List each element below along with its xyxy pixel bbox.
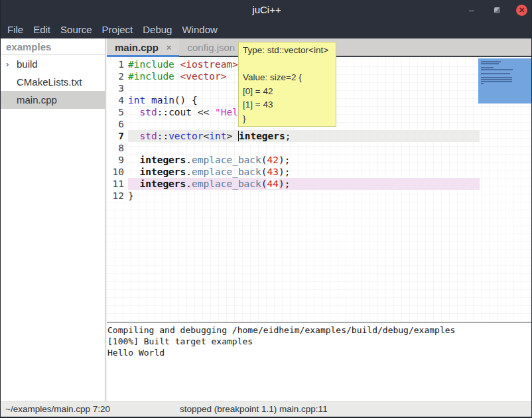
line-number[interactable]: 3 bbox=[107, 82, 124, 94]
tab-label: config.json bbox=[187, 42, 235, 53]
window-controls: – ✕ bbox=[466, 0, 527, 20]
code-text: std::vector<int> integers; bbox=[128, 130, 480, 142]
sidebar-item-label: build bbox=[17, 58, 38, 70]
code-line-9[interactable]: 9 integers.emplace_back(42); bbox=[107, 154, 532, 166]
line-number[interactable]: 12 bbox=[107, 190, 124, 202]
titlebar[interactable]: juCi++ – ✕ bbox=[1, 0, 532, 20]
restore-icon bbox=[494, 7, 500, 13]
minimap-code-line bbox=[481, 61, 501, 62]
minimap-code-line bbox=[481, 69, 513, 70]
code-line-7[interactable]: 7 std::vector<int> integers; bbox=[107, 130, 532, 142]
close-button[interactable]: ✕ bbox=[516, 5, 527, 16]
sidebar-item-label: CMakeLists.txt bbox=[17, 76, 82, 88]
line-number[interactable]: 7 bbox=[107, 130, 124, 142]
minimap-code-line bbox=[481, 73, 510, 74]
tooltip-line: } bbox=[243, 112, 332, 126]
code-line-11[interactable]: 11 integers.emplace_back(44); bbox=[107, 178, 532, 190]
code-line-12[interactable]: 12} bbox=[107, 190, 532, 202]
terminal-line: Hello World bbox=[107, 347, 532, 358]
code-text: integers.emplace_back(42); bbox=[128, 154, 480, 166]
terminal-line: [100%] Built target examples bbox=[107, 336, 532, 347]
menu-file[interactable]: File bbox=[7, 23, 23, 36]
restore-button[interactable] bbox=[491, 4, 503, 16]
menubar: FileEditSourceProjectDebugWindow bbox=[1, 20, 532, 38]
sidebar-item-main.cpp[interactable]: main.cpp bbox=[1, 91, 105, 109]
line-number[interactable]: 8 bbox=[107, 142, 124, 154]
sidebar-item-label: main.cpp bbox=[17, 94, 57, 105]
tooltip-line: Value: size=2 { bbox=[243, 71, 332, 85]
menu-project[interactable]: Project bbox=[102, 23, 133, 36]
tooltip-line: [1] = 43 bbox=[243, 98, 332, 112]
sidebar-item-cmakelists.txt[interactable]: CMakeLists.txt bbox=[1, 73, 105, 91]
minimap-code-line bbox=[481, 79, 512, 80]
app-window: juCi++ – ✕ FileEditSourceProjectDebugWin… bbox=[0, 0, 532, 418]
terminal-output[interactable]: Compiling and debugging /home/eidheim/ex… bbox=[107, 322, 532, 401]
status-file-position: ~/examples/main.cpp 7:20 bbox=[5, 404, 110, 414]
tab-config-json[interactable]: config.json bbox=[179, 38, 243, 56]
line-number[interactable]: 9 bbox=[107, 154, 124, 166]
sidebar-item-build[interactable]: ›build bbox=[1, 55, 105, 73]
expander-icon[interactable]: › bbox=[6, 59, 17, 69]
status-debug-state: stopped (breakpoint 1.1) main.cpp:11 bbox=[180, 404, 328, 414]
menu-source[interactable]: Source bbox=[60, 23, 92, 36]
tab-label: main.cpp bbox=[115, 42, 159, 53]
minimap-code-line bbox=[481, 83, 484, 84]
line-number[interactable]: 6 bbox=[107, 118, 124, 130]
line-number[interactable]: 11 bbox=[107, 178, 124, 190]
line-number[interactable]: 4 bbox=[107, 94, 124, 106]
tooltip-line: [0] = 42 bbox=[243, 85, 332, 99]
code-line-8[interactable]: 8 bbox=[107, 142, 532, 154]
tooltip-line bbox=[243, 58, 332, 72]
line-number[interactable]: 1 bbox=[107, 58, 124, 70]
line-number[interactable]: 10 bbox=[107, 166, 124, 178]
code-line-10[interactable]: 10 integers.emplace_back(43); bbox=[107, 166, 532, 178]
code-text bbox=[128, 142, 480, 154]
file-tree: ›buildCMakeLists.txtmain.cpp bbox=[1, 55, 105, 109]
line-number[interactable]: 5 bbox=[107, 106, 124, 118]
project-name: examples bbox=[1, 38, 105, 55]
menu-debug[interactable]: Debug bbox=[143, 23, 172, 36]
tab-close-icon[interactable]: × bbox=[166, 42, 172, 52]
menu-edit[interactable]: Edit bbox=[33, 23, 50, 36]
file-tree-panel: examples ›buildCMakeLists.txtmain.cpp bbox=[1, 38, 105, 401]
window-title: juCi++ bbox=[1, 4, 532, 15]
menu-window[interactable]: Window bbox=[182, 23, 217, 36]
code-text: integers.emplace_back(44); bbox=[128, 178, 480, 190]
minimap-code-line bbox=[481, 67, 494, 68]
code-text: } bbox=[128, 190, 480, 202]
code-text: integers.emplace_back(43); bbox=[128, 166, 480, 178]
terminal-line: Compiling and debugging /home/eidheim/ex… bbox=[107, 324, 532, 336]
minimap-code-line bbox=[481, 81, 512, 82]
minimap-spacer bbox=[478, 58, 531, 60]
tab-main-cpp[interactable]: main.cpp× bbox=[107, 38, 179, 56]
minimap-code-line bbox=[481, 63, 499, 64]
minimize-button[interactable]: – bbox=[466, 4, 478, 16]
minimap[interactable] bbox=[478, 58, 531, 104]
debug-value-tooltip: Type: std::vector<int> Value: size=2 { [… bbox=[238, 42, 336, 127]
line-number[interactable]: 2 bbox=[107, 70, 124, 82]
status-bar: ~/examples/main.cpp 7:20 stopped (breakp… bbox=[1, 401, 532, 417]
minimap-code-line bbox=[481, 77, 512, 78]
tooltip-line: Type: std::vector<int> bbox=[243, 44, 332, 58]
